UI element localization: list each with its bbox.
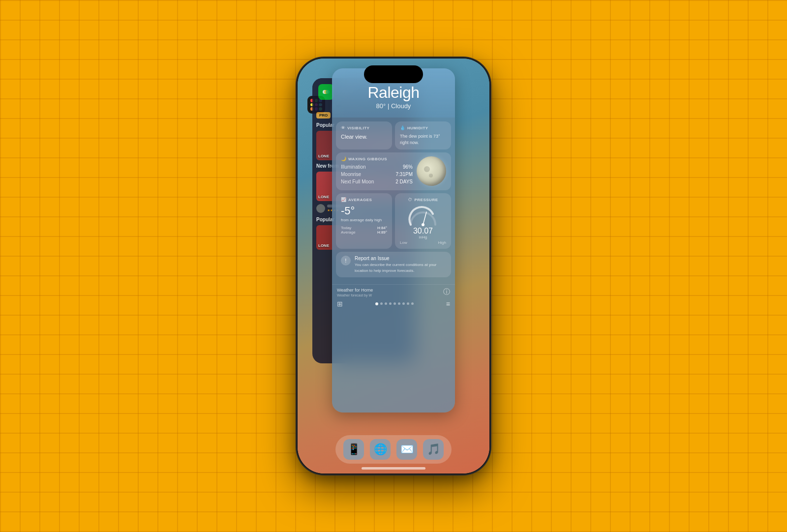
pressure-low: Low (400, 240, 407, 245)
humidity-value: The dew point is 73° right now. (400, 133, 446, 146)
dot-2 (380, 302, 383, 305)
moon-tile: 🌙 WAXING GIBBOUS Illumination 96% Moonri… (336, 152, 451, 190)
illumination-label: Illumination (341, 164, 366, 170)
pressure-scale: Low High (400, 240, 446, 245)
visibility-value: Clear view. (341, 133, 387, 140)
dock-icon-1[interactable]: 📱 (343, 439, 364, 460)
weather-description: 80° | Cloudy (340, 102, 447, 110)
dynamic-island (364, 65, 423, 83)
city-name: Raleigh (340, 84, 447, 101)
pressure-tile: ⏱ PRESSURE 30.07 (395, 193, 451, 249)
weather-content: 👁 VISIBILITY Clear view. 💧 HUMIDITY The … (332, 118, 455, 284)
pro-badge: PRO (316, 112, 331, 118)
average-value: H:89° (377, 230, 387, 235)
moon-label: WAXING GIBBOUS (348, 157, 387, 161)
phone-screen: 🌤 Weather Films PRO Popular (298, 59, 489, 473)
avatar (316, 204, 325, 213)
dot-3 (385, 302, 387, 305)
temperature: 80° (376, 102, 386, 110)
averages-tile: 📈 AVERAGES -5° from average daily high T… (336, 193, 392, 249)
moon-image (417, 156, 446, 186)
dock-icon-4[interactable]: 🎵 (423, 439, 444, 460)
row-visibility-humidity: 👁 VISIBILITY Clear view. 💧 HUMIDITY The … (336, 121, 451, 149)
pressure-icon: ⏱ (408, 197, 412, 202)
dot-9 (411, 302, 414, 305)
dot-1 (375, 302, 378, 305)
visibility-header: 👁 VISIBILITY (341, 125, 387, 130)
today-value: H:84° (377, 226, 387, 230)
averages-big-number: -5° (341, 205, 387, 217)
movie-title-3: LONE (318, 243, 329, 248)
footer-nav: ⊞ ≡ (337, 300, 450, 308)
visibility-label: VISIBILITY (347, 126, 369, 130)
averages-header: 📈 AVERAGES (341, 197, 387, 202)
dock: 📱 🌐 ✉️ 🎵 (335, 435, 452, 464)
report-text: Report an Issue You can describe the cur… (355, 256, 446, 273)
averages-icon: 📈 (341, 197, 346, 202)
moonrise-label: Moonrise (341, 172, 361, 177)
svg-line-3 (423, 212, 426, 225)
today-label: Today (341, 226, 351, 230)
pressure-unit: inHg (419, 235, 427, 239)
moon-icon: 🌙 (341, 156, 346, 161)
page-dots (375, 302, 414, 305)
home-indicator (362, 467, 425, 470)
list-icon[interactable]: ≡ (446, 300, 450, 308)
weather-footer: Weather for Home Weather forecast by W ⓘ… (332, 284, 455, 312)
next-full-moon-label: Next Full Moon (341, 179, 374, 184)
average-avg-row: Average H:89° (341, 230, 387, 235)
dot-8 (407, 302, 409, 305)
footer-text: Weather for Home Weather forecast by W (337, 288, 373, 297)
humidity-header: 💧 HUMIDITY (400, 125, 446, 130)
dot-7 (402, 302, 405, 305)
row-averages-pressure: 📈 AVERAGES -5° from average daily high T… (336, 193, 451, 249)
report-title: Report an Issue (355, 256, 446, 261)
phone-frame: 🌤 Weather Films PRO Popular (298, 59, 489, 473)
report-tile[interactable]: ! Report an Issue You can describe the c… (336, 252, 451, 277)
next-full-moon-value: 2 DAYS (395, 179, 413, 184)
svg-point-2 (326, 90, 330, 94)
dock-icon-3[interactable]: ✉️ (396, 439, 417, 460)
dot-6 (398, 302, 400, 305)
dot-4 (389, 302, 392, 305)
condition: Cloudy (391, 102, 411, 110)
visibility-tile: 👁 VISIBILITY Clear view. (336, 121, 392, 149)
illumination-row: Illumination 96% (341, 164, 413, 170)
movie-title-1: LONE (318, 154, 329, 158)
report-icon: ! (341, 256, 351, 266)
svg-point-4 (422, 223, 424, 226)
dock-icon-2[interactable]: 🌐 (370, 439, 391, 460)
today-avg-row: Today H:84° (341, 226, 387, 230)
moon-header: 🌙 WAXING GIBBOUS (341, 156, 413, 161)
next-full-moon-row: Next Full Moon 2 DAYS (341, 179, 413, 184)
pressure-header: ⏱ PRESSURE (408, 197, 438, 202)
movie-title-2: LONE (318, 195, 329, 199)
illumination-value: 96% (403, 164, 413, 170)
moonrise-row: Moonrise 7:31PM (341, 172, 413, 177)
dot-5 (394, 302, 396, 305)
weather-card[interactable]: ➤ HOME Raleigh 80° | Cloudy 👁 (332, 68, 455, 413)
pressure-high: High (438, 240, 446, 245)
moon-info: 🌙 WAXING GIBBOUS Illumination 96% Moonri… (341, 156, 413, 186)
humidity-tile: 💧 HUMIDITY The dew point is 73° right no… (395, 121, 451, 149)
map-icon[interactable]: ⊞ (337, 300, 343, 308)
moonrise-value: 7:31PM (396, 172, 413, 177)
footer-sublabel: Weather forecast by W (337, 294, 373, 297)
visibility-icon: 👁 (341, 125, 345, 130)
letterboxd-svg (321, 87, 331, 97)
report-body: You can describe the current conditions … (355, 262, 446, 273)
pressure-value: 30.07 (413, 227, 433, 235)
info-icon[interactable]: ⓘ (443, 288, 450, 296)
averages-label: AVERAGES (348, 198, 372, 202)
humidity-icon: 💧 (400, 125, 405, 130)
pressure-label: PRESSURE (414, 198, 438, 202)
average-label: Average (341, 230, 356, 235)
pressure-gauge-svg (406, 205, 440, 227)
humidity-label: HUMIDITY (407, 126, 428, 130)
footer-location: Weather for Home (337, 288, 373, 293)
separator: | (388, 102, 391, 110)
averages-sub-text: from average daily high (341, 217, 387, 223)
